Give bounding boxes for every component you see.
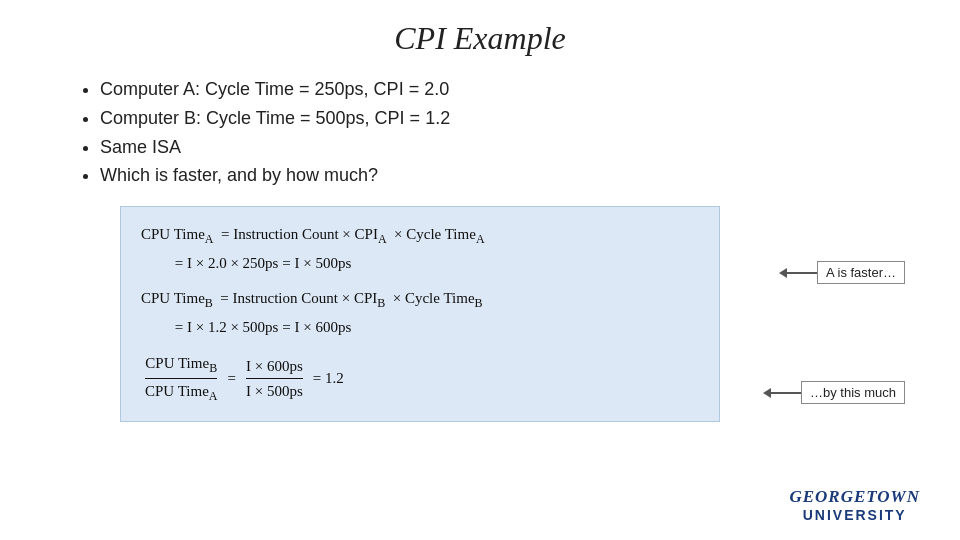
page: CPI Example Computer A: Cycle Time = 250… [0, 0, 960, 540]
formula-row-b1: CPU TimeB = Instruction Count × CPIB × C… [141, 287, 699, 312]
page-title: CPI Example [60, 20, 900, 57]
callout-b-label: …by this much [801, 381, 905, 404]
arrow-head-icon-2 [763, 388, 771, 398]
formula-row-a2: = I × 2.0 × 250ps = I × 500ps [141, 252, 699, 275]
callout-by-this-much: …by this much [763, 381, 905, 404]
bullet-item-4: Which is faster, and by how much? [100, 161, 900, 190]
formula-box: CPU TimeA = Instruction Count × CPIA × C… [120, 206, 720, 422]
bullet-item-2: Computer B: Cycle Time = 500ps, CPI = 1.… [100, 104, 900, 133]
georgetown-bottom-text: UNIVERSITY [789, 507, 920, 524]
bullet-list: Computer A: Cycle Time = 250ps, CPI = 2.… [60, 75, 900, 190]
callout-a-label: A is faster… [817, 261, 905, 284]
formula-row-b2: = I × 1.2 × 500ps = I × 600ps [141, 316, 699, 339]
georgetown-logo: GEORGETOWN UNIVERSITY [789, 487, 920, 524]
georgetown-top-text: GEORGETOWN [789, 487, 920, 507]
bullet-item-1: Computer A: Cycle Time = 250ps, CPI = 2.… [100, 75, 900, 104]
formula-row-a1: CPU TimeA = Instruction Count × CPIA × C… [141, 223, 699, 248]
arrow-head-icon [779, 268, 787, 278]
arrow-shaft [787, 272, 817, 274]
bullet-item-3: Same ISA [100, 133, 900, 162]
arrow-shaft-2 [771, 392, 801, 394]
callout-a-faster: A is faster… [779, 261, 905, 284]
formula-fraction-row: CPU TimeB CPU TimeA = I × 600ps I × 500p… [141, 352, 699, 405]
